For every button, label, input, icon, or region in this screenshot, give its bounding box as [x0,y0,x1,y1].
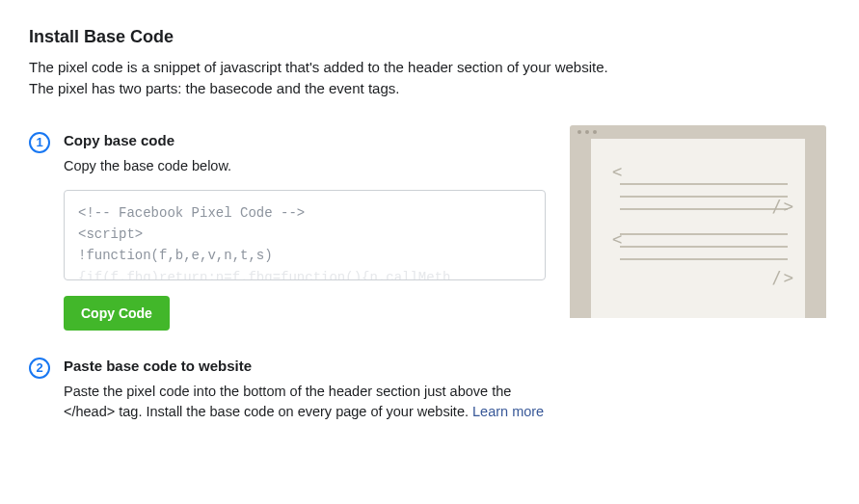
step-2-text: Paste the pixel code into the bottom of … [64,382,546,422]
step-1-badge: 1 [29,132,50,153]
step-2-badge: 2 [29,358,50,379]
step-1-title: Copy base code [64,132,546,148]
close-tag-icon: /> [772,268,795,287]
code-line-1: <!-- Facebook Pixel Code --> [78,205,305,221]
illustration-chrome [570,125,826,139]
step-2: 2 Paste base code to website Paste the p… [29,358,830,436]
browser-illustration: < /> < /> [570,125,826,318]
code-line-3: !function(f,b,e,v,n,t,s) [78,248,273,263]
code-snippet[interactable]: <!-- Facebook Pixel Code --> <script> !f… [64,190,546,280]
code-line-4: {if(f.fbq)return;n=f.fbq=function(){n.ca… [78,270,450,280]
angle-bracket-icon: < [612,229,624,249]
step-2-title: Paste base code to website [64,358,546,374]
page-title: Install Base Code [29,27,830,47]
intro-text: The pixel code is a snippet of javascrip… [29,57,627,99]
step-1-text: Copy the base code below. [64,156,546,176]
close-tag-icon: /> [772,197,795,216]
learn-more-link[interactable]: Learn more [472,404,544,419]
angle-bracket-icon: < [612,162,624,181]
code-line-2: <script> [78,226,143,242]
copy-code-button[interactable]: Copy Code [64,296,170,331]
step-2-text-body: Paste the pixel code into the bottom of … [64,384,511,419]
